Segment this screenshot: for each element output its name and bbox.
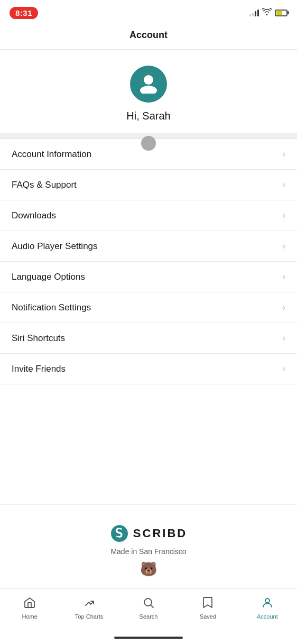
menu-item-label-faqs-support: FAQs & Support [12, 180, 77, 190]
svg-point-1 [140, 86, 157, 94]
nav-item-account[interactable]: Account [238, 588, 297, 627]
search-icon [142, 596, 155, 611]
menu-item-downloads[interactable]: Downloads › [0, 200, 297, 231]
scribd-logo: SCRIBD [110, 524, 187, 543]
svg-point-0 [144, 75, 153, 85]
menu-item-label-siri-shortcuts: Siri Shortcuts [12, 333, 65, 344]
menu-item-label-audio-player-settings: Audio Player Settings [12, 241, 98, 252]
footer-branding: SCRIBD Made in San Francisco 🐻 [0, 504, 297, 588]
svg-line-3 [151, 605, 154, 608]
scroll-indicator [141, 136, 156, 151]
bottom-nav: Home Top Charts Search Saved Account [0, 588, 297, 631]
nav-item-top-charts[interactable]: Top Charts [59, 588, 118, 627]
menu-item-language-options[interactable]: Language Options › [0, 262, 297, 292]
home-icon [23, 596, 36, 611]
account-label: Account [257, 613, 278, 620]
menu-item-label-invite-friends: Invite Friends [12, 364, 66, 374]
menu-item-label-language-options: Language Options [12, 272, 85, 282]
battery-icon [275, 10, 287, 16]
signal-icon [249, 9, 259, 16]
nav-item-search[interactable]: Search [119, 588, 178, 627]
top-charts-label: Top Charts [75, 613, 103, 620]
nav-item-saved[interactable]: Saved [178, 588, 237, 627]
avatar-icon [137, 71, 160, 97]
bear-icon: 🐻 [140, 561, 157, 577]
chevron-icon-faqs-support: › [282, 179, 285, 190]
status-bar: 8:31 [0, 0, 297, 23]
profile-section: Hi, Sarah [0, 50, 297, 133]
status-icons [249, 8, 287, 17]
avatar [130, 66, 167, 103]
home-label: Home [22, 613, 38, 620]
made-in-text: Made in San Francisco [110, 547, 186, 556]
chevron-icon-account-information: › [282, 149, 285, 160]
chevron-icon-siri-shortcuts: › [282, 333, 285, 344]
scribd-s-logo [110, 524, 129, 543]
menu-item-notification-settings[interactable]: Notification Settings › [0, 292, 297, 323]
search-label: Search [140, 613, 158, 620]
menu-item-audio-player-settings[interactable]: Audio Player Settings › [0, 231, 297, 262]
home-indicator [114, 637, 183, 639]
nav-item-home[interactable]: Home [0, 588, 59, 627]
scribd-wordmark: SCRIBD [133, 527, 187, 540]
chevron-icon-downloads: › [282, 210, 285, 221]
saved-label: Saved [200, 613, 216, 620]
menu-item-faqs-support[interactable]: FAQs & Support › [0, 170, 297, 200]
wifi-icon [262, 8, 272, 17]
saved-icon [202, 596, 214, 611]
status-time: 8:31 [10, 7, 38, 19]
menu-list: Account Information › FAQs & Support › D… [0, 139, 297, 504]
chevron-icon-notification-settings: › [282, 302, 285, 313]
chevron-icon-audio-player-settings: › [282, 241, 285, 252]
top-charts-icon [83, 596, 96, 611]
home-bar [0, 631, 297, 644]
section-divider [0, 133, 297, 139]
menu-item-siri-shortcuts[interactable]: Siri Shortcuts › [0, 323, 297, 354]
menu-item-label-account-information: Account Information [12, 149, 91, 160]
page-title: Account [0, 23, 297, 50]
account-icon [261, 596, 274, 611]
svg-point-4 [265, 599, 270, 603]
menu-item-invite-friends[interactable]: Invite Friends › [0, 354, 297, 384]
chevron-icon-language-options: › [282, 271, 285, 282]
greeting-text: Hi, Sarah [126, 110, 170, 122]
menu-item-label-downloads: Downloads [12, 210, 56, 221]
chevron-icon-invite-friends: › [282, 363, 285, 374]
menu-item-label-notification-settings: Notification Settings [12, 302, 91, 313]
